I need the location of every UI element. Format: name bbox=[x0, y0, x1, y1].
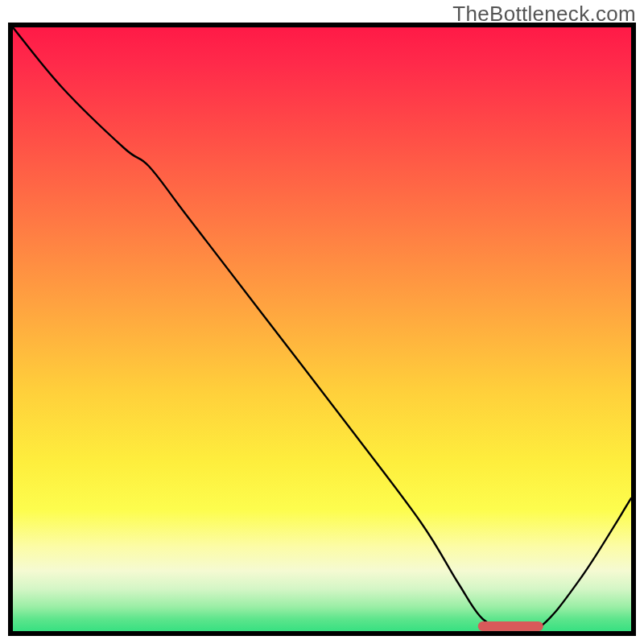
chart-container: { "watermark": "TheBottleneck.com", "cha… bbox=[0, 0, 644, 644]
chart-svg bbox=[13, 27, 631, 631]
plot-area bbox=[8, 23, 636, 636]
curve-line bbox=[13, 27, 631, 631]
